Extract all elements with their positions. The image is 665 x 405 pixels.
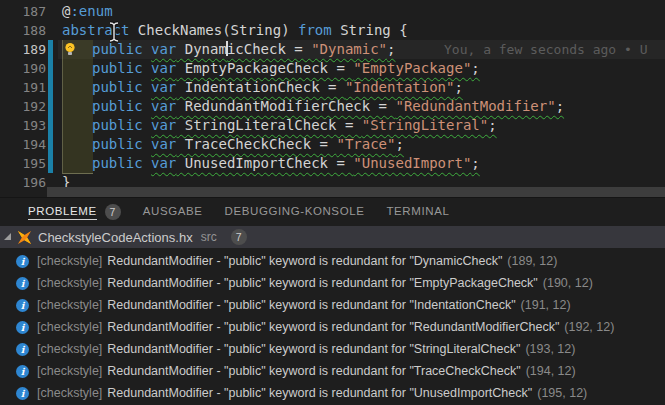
line-number[interactable]: 192 [0, 97, 46, 116]
code-line[interactable]: abstract CheckNames(String) from String … [62, 21, 564, 40]
problem-location: (193, 12) [525, 342, 575, 356]
problem-message: RedundantModifier - "public" keyword is … [107, 364, 520, 378]
panel-tabs: PROBLEME7AUSGABEDEBUGGING-KONSOLETERMINA… [0, 198, 665, 226]
line-number[interactable]: 191 [0, 78, 46, 97]
info-icon: i [16, 387, 29, 400]
line-number[interactable]: 195 [0, 154, 46, 173]
code-token: "RedundantModifier" [395, 98, 555, 114]
code-line[interactable]: public var TraceCheckCheck = "Trace"; [62, 135, 564, 154]
panel-tab-ausgabe[interactable]: AUSGABE [143, 198, 203, 226]
code-token: var [151, 155, 176, 171]
problem-source: [checkstyle] [37, 298, 102, 312]
twistie-expand-icon[interactable] [4, 233, 11, 240]
code-token: "EmptyPackage" [353, 60, 471, 76]
code-line[interactable]: public var StringLiteralCheck = "StringL… [62, 116, 564, 135]
code-content[interactable]: @:enumabstract CheckNames(String) from S… [62, 2, 564, 192]
problems-file-count-badge: 7 [231, 229, 247, 245]
problem-row[interactable]: i[checkstyle]RedundantModifier - "public… [0, 272, 665, 294]
code-token: "StringLiteral" [362, 117, 488, 133]
info-icon: i [16, 277, 29, 290]
problems-file-dir: src [201, 230, 217, 244]
problems-file-row[interactable]: CheckstyleCodeActions.hx src 7 [0, 226, 665, 248]
code-token: ; [395, 136, 403, 152]
line-number[interactable]: 193 [0, 116, 46, 135]
panel-tab-label: PROBLEME [28, 205, 97, 220]
code-token: var [151, 136, 176, 152]
code-token: public [92, 41, 151, 57]
code-token: ; [471, 60, 479, 76]
code-token: public [92, 79, 151, 95]
problem-row[interactable]: i[checkstyle]RedundantModifier - "public… [0, 316, 665, 338]
code-token: "Indentation" [345, 79, 455, 95]
code-line[interactable]: public var EmptyPackageCheck = "EmptyPac… [62, 59, 564, 78]
haxe-file-icon [17, 230, 32, 245]
problem-source: [checkstyle] [37, 342, 102, 356]
code-token: TraceCheckCheck = [176, 136, 336, 152]
code-line[interactable]: public var RedundantModifierCheck = "Red… [62, 97, 564, 116]
line-number[interactable]: 189 [0, 40, 46, 59]
lightbulb-icon[interactable] [62, 41, 78, 57]
problem-location: (192, 12) [564, 320, 614, 334]
info-icon: i [16, 299, 29, 312]
panel-tab-label: DEBUGGING-KONSOLE [225, 205, 365, 220]
info-icon: i [16, 255, 29, 268]
editor-gutter[interactable]: 187188189190191192193194195196 [0, 0, 46, 192]
panel-tab-label: AUSGABE [143, 205, 203, 220]
problem-message: RedundantModifier - "public" keyword is … [107, 342, 520, 356]
info-icon: i [16, 321, 29, 334]
problem-message: RedundantModifier - "public" keyword is … [107, 276, 537, 290]
code-line[interactable]: public var IndentationCheck = "Indentati… [62, 78, 564, 97]
line-number[interactable]: 196 [0, 173, 46, 192]
panel-tab-badge: 7 [105, 204, 121, 220]
code-token: UnusedImportCheck = [176, 155, 353, 171]
code-token: icCheck = [227, 41, 311, 57]
code-token: var [151, 41, 176, 57]
problem-source: [checkstyle] [37, 364, 102, 378]
line-number[interactable]: 194 [0, 135, 46, 154]
code-token: String { [332, 22, 408, 38]
code-line[interactable]: public var UnusedImportCheck = "UnusedIm… [62, 154, 564, 173]
code-line[interactable]: @:enum [62, 2, 564, 21]
problem-source: [checkstyle] [37, 320, 102, 334]
code-token: ; [556, 98, 564, 114]
problem-row[interactable]: i[checkstyle]RedundantModifier - "public… [0, 294, 665, 316]
problem-location: (190, 12) [543, 276, 593, 290]
info-icon: i [16, 365, 29, 378]
line-number[interactable]: 190 [0, 59, 46, 78]
code-token: public [92, 155, 151, 171]
git-modified-indicator [48, 40, 53, 173]
code-token: ; [471, 155, 479, 171]
code-token: ; [488, 117, 496, 133]
code-token: public [92, 117, 151, 133]
problem-row[interactable]: i[checkstyle]RedundantModifier - "public… [0, 338, 665, 360]
problem-message: RedundantModifier - "public" keyword is … [107, 386, 532, 400]
code-token: CheckNames(String) [129, 22, 298, 38]
problems-file-name: CheckstyleCodeActions.hx [38, 230, 193, 245]
code-token: ; [454, 79, 462, 95]
code-token: var [151, 60, 176, 76]
problem-row[interactable]: i[checkstyle]RedundantModifier - "public… [0, 360, 665, 382]
problem-location: (195, 12) [537, 386, 587, 400]
problem-row[interactable]: i[checkstyle]RedundantModifier - "public… [0, 250, 665, 272]
horizontal-scrollbar[interactable] [47, 187, 665, 197]
code-token: "Trace" [336, 136, 395, 152]
code-token: EmptyPackageCheck = [176, 60, 353, 76]
bottom-panel: PROBLEME7AUSGABEDEBUGGING-KONSOLETERMINA… [0, 197, 665, 405]
panel-tab-terminal[interactable]: TERMINAL [386, 198, 449, 226]
panel-tab-probleme[interactable]: PROBLEME7 [28, 198, 121, 226]
problem-row[interactable]: i[checkstyle]RedundantModifier - "public… [0, 382, 665, 404]
panel-tab-debugging-konsole[interactable]: DEBUGGING-KONSOLE [225, 198, 365, 226]
problem-message: RedundantModifier - "public" keyword is … [107, 254, 502, 268]
code-token: public [92, 60, 151, 76]
line-number[interactable]: 187 [0, 2, 46, 21]
problems-list: i[checkstyle]RedundantModifier - "public… [0, 250, 665, 404]
problem-location: (194, 12) [526, 364, 576, 378]
line-number[interactable]: 188 [0, 21, 46, 40]
code-editor[interactable]: 187188189190191192193194195196 @:enumabs… [0, 0, 665, 197]
code-token: "Dynamic" [311, 41, 387, 57]
problem-message: RedundantModifier - "public" keyword is … [107, 320, 559, 334]
code-token: "UnusedImport" [353, 155, 471, 171]
code-token: var [151, 117, 176, 133]
code-token: var [151, 79, 176, 95]
code-token: RedundantModifierCheck = [176, 98, 395, 114]
